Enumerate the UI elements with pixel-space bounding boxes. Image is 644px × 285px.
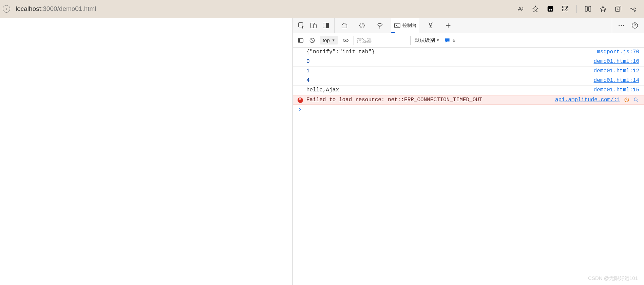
devtools-tabbar: 控制台 — [293, 18, 644, 33]
console-prompt[interactable] — [293, 105, 644, 115]
devtools-panel: 控制台 top ▼ 默认级别 ▼ — [292, 18, 644, 285]
console-message[interactable]: 0demo01.html:10 — [293, 57, 644, 67]
inspect-element-icon[interactable] — [298, 22, 305, 29]
collections-icon[interactable] — [614, 5, 622, 13]
svg-point-19 — [634, 26, 635, 27]
svg-point-24 — [345, 40, 346, 41]
tab-console-label: 控制台 — [402, 22, 417, 29]
message-text: 4 — [306, 77, 590, 84]
clear-console-icon[interactable] — [308, 37, 316, 44]
message-source-link[interactable]: demo01.html:14 — [594, 77, 639, 84]
console-message[interactable]: 4demo01.html:14 — [293, 76, 644, 86]
extensions-puzzle-icon[interactable] — [562, 5, 569, 13]
console-message[interactable]: 1demo01.html:12 — [293, 67, 644, 76]
svg-rect-3 — [585, 6, 587, 12]
message-text: 1 — [306, 68, 590, 74]
svg-point-16 — [621, 25, 622, 26]
svg-point-12 — [379, 27, 380, 28]
error-actions — [624, 97, 639, 103]
url-host: localhost: — [16, 5, 43, 12]
svg-rect-21 — [298, 38, 300, 42]
favorites-icon[interactable] — [599, 5, 607, 13]
message-source-link[interactable]: demo01.html:10 — [594, 58, 639, 65]
live-expression-icon[interactable] — [342, 37, 349, 44]
svg-rect-9 — [314, 24, 316, 28]
url-path: 3000/demo01.html — [43, 5, 96, 12]
console-message[interactable]: Failed to load resource: net::ERR_CONNEC… — [293, 95, 644, 105]
tab-network[interactable] — [373, 18, 386, 33]
issues-count: 6 — [453, 37, 455, 43]
help-icon[interactable] — [631, 22, 639, 29]
svg-point-2 — [550, 9, 552, 11]
more-menu-icon[interactable] — [618, 22, 625, 29]
console-message[interactable]: hello,Ajaxdemo01.html:15 — [293, 86, 644, 95]
svg-rect-13 — [395, 23, 400, 28]
message-text: hello,Ajax — [306, 87, 590, 93]
toggle-sidebar-icon[interactable] — [297, 37, 304, 44]
console-toolbar: top ▼ 默认级别 ▼ 6 — [293, 33, 644, 48]
log-level-label: 默认级别 — [415, 37, 435, 43]
context-selector[interactable]: top ▼ — [320, 36, 338, 44]
message-source-link[interactable]: api.amplitude.com/:1 — [555, 97, 620, 103]
site-info-icon[interactable]: i — [3, 5, 10, 13]
divider — [576, 5, 577, 13]
device-toggle-icon[interactable] — [310, 22, 317, 29]
issues-indicator[interactable]: 6 — [444, 37, 455, 44]
svg-point-17 — [623, 25, 624, 26]
split-screen-icon[interactable] — [584, 5, 592, 13]
svg-point-26 — [634, 98, 637, 101]
read-aloud-icon[interactable] — [517, 5, 524, 13]
context-label: top — [323, 37, 330, 43]
watermark: CSDN @无限好运101 — [588, 275, 638, 282]
retry-icon[interactable] — [624, 97, 630, 103]
message-text: {"notify":"init_tab"} — [306, 49, 593, 55]
performance-icon[interactable] — [629, 5, 637, 13]
console-output[interactable]: {"notify":"init_tab"}msgport.js:700demo0… — [293, 48, 644, 285]
address-area[interactable]: i localhost:3000/demo01.html — [3, 5, 513, 13]
message-text: 0 — [306, 58, 590, 65]
message-source-link[interactable]: msgport.js:70 — [597, 49, 639, 55]
url-display[interactable]: localhost:3000/demo01.html — [16, 5, 96, 13]
tab-add[interactable] — [442, 18, 455, 33]
svg-rect-4 — [589, 6, 591, 12]
tab-elements[interactable] — [356, 18, 368, 33]
message-source-link[interactable]: demo01.html:15 — [594, 87, 639, 93]
svg-rect-11 — [326, 23, 328, 28]
issue-bubble-icon — [444, 37, 451, 44]
browser-chrome-bar: i localhost:3000/demo01.html — [0, 0, 644, 18]
svg-point-1 — [549, 9, 550, 11]
dropdown-triangle-icon: ▼ — [332, 38, 335, 42]
dock-side-icon[interactable] — [322, 22, 329, 29]
filter-input[interactable] — [354, 36, 411, 45]
chrome-actions — [517, 5, 641, 13]
dropdown-triangle-icon: ▼ — [436, 38, 440, 42]
svg-point-15 — [619, 25, 620, 26]
page-viewport[interactable] — [0, 18, 292, 285]
favorite-star-icon[interactable] — [532, 5, 539, 13]
error-icon — [298, 97, 303, 103]
console-message[interactable]: {"notify":"init_tab"}msgport.js:70 — [293, 48, 644, 57]
message-text: Failed to load resource: net::ERR_CONNEC… — [306, 97, 551, 103]
svg-rect-0 — [548, 6, 553, 12]
extension-square-icon[interactable] — [547, 5, 554, 13]
svg-point-14 — [429, 23, 432, 25]
search-icon[interactable] — [633, 97, 639, 103]
tab-sources[interactable] — [424, 18, 437, 33]
tab-console[interactable]: 控制台 — [391, 18, 419, 33]
log-level-selector[interactable]: 默认级别 ▼ — [415, 37, 440, 43]
message-source-link[interactable]: demo01.html:12 — [594, 68, 639, 74]
tab-welcome[interactable] — [338, 18, 351, 33]
